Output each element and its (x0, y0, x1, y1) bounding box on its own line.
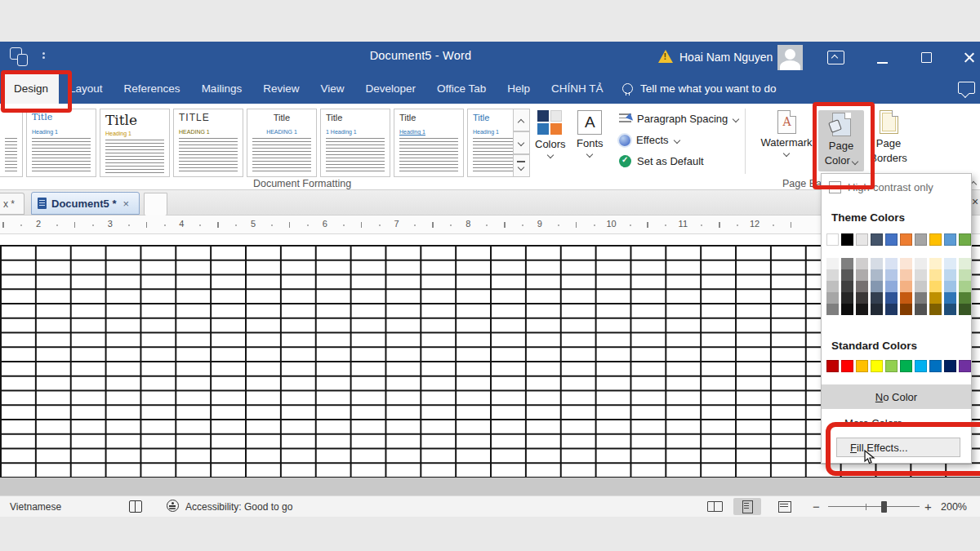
ribbon-tab-references[interactable]: References (114, 73, 191, 104)
gallery-more-icon[interactable] (513, 154, 530, 177)
theme-variant-swatch[interactable] (856, 292, 868, 304)
style-gallery-item[interactable]: Title1 Heading 1 (320, 109, 390, 177)
theme-variant-swatch[interactable] (841, 258, 853, 269)
theme-variant-swatch[interactable] (871, 292, 883, 304)
avatar[interactable] (777, 45, 803, 70)
theme-variant-swatch[interactable] (915, 258, 927, 269)
standard-color-swatch[interactable] (959, 360, 971, 372)
theme-variant-swatch[interactable] (826, 258, 839, 269)
theme-variant-swatch[interactable] (841, 269, 853, 281)
ribbon-tab-help[interactable]: Help (497, 73, 541, 104)
standard-color-swatch[interactable] (856, 360, 868, 372)
theme-variant-swatch[interactable] (900, 281, 912, 292)
warning-icon[interactable] (658, 50, 673, 63)
theme-color-swatch[interactable] (826, 233, 839, 246)
maximize-button[interactable] (921, 52, 932, 63)
theme-color-swatch[interactable] (915, 233, 927, 246)
theme-variant-swatch[interactable] (841, 281, 853, 292)
standard-color-swatch[interactable] (826, 360, 839, 372)
theme-variant-swatch[interactable] (915, 304, 927, 315)
tab-bar-close-icon[interactable] (972, 195, 978, 208)
theme-variant-swatch[interactable] (900, 258, 912, 269)
zoom-slider-track[interactable] (828, 506, 920, 507)
fonts-button[interactable]: Fonts (577, 110, 604, 157)
theme-color-swatch[interactable] (871, 233, 883, 246)
zoom-out-button[interactable]: − (813, 500, 820, 513)
theme-variant-swatch[interactable] (929, 258, 942, 269)
theme-variant-swatch[interactable] (841, 304, 853, 315)
theme-variant-swatch[interactable] (841, 292, 853, 304)
theme-variant-swatch[interactable] (929, 269, 942, 281)
document-tab-partial[interactable]: x * (0, 193, 24, 215)
theme-variant-swatch[interactable] (944, 304, 956, 315)
user-name[interactable]: Hoai Nam Nguyen (679, 51, 773, 64)
minimize-button[interactable] (877, 62, 888, 64)
theme-variant-swatch[interactable] (885, 292, 898, 304)
theme-variant-swatch[interactable] (900, 292, 912, 304)
standard-color-swatch[interactable] (841, 360, 853, 372)
close-button[interactable] (963, 51, 975, 64)
set-as-default-button[interactable]: Set as Default (619, 155, 704, 167)
zoom-level[interactable]: 200% (941, 501, 967, 513)
theme-variant-swatch[interactable] (856, 281, 868, 292)
theme-variant-swatch[interactable] (871, 304, 883, 315)
colors-button[interactable]: Colors (535, 110, 566, 158)
theme-variant-swatch[interactable] (885, 304, 898, 315)
theme-variant-swatch[interactable] (856, 269, 868, 281)
style-gallery-item[interactable]: TITLEHEADING 1 (173, 109, 243, 177)
ribbon-tab-view[interactable]: View (310, 73, 354, 104)
theme-variant-swatch[interactable] (944, 269, 956, 281)
theme-variant-swatch[interactable] (900, 269, 912, 281)
theme-color-swatch[interactable] (885, 233, 898, 246)
comment-icon[interactable] (958, 82, 975, 94)
document-tab-active[interactable]: Document5 * (31, 192, 140, 215)
theme-variant-swatch[interactable] (929, 281, 942, 292)
language-indicator[interactable]: Vietnamese (10, 501, 61, 513)
ribbon-tab-mailings[interactable]: Mailings (191, 73, 253, 104)
gallery-scroll-up-icon[interactable] (513, 109, 530, 131)
theme-variant-swatch[interactable] (915, 281, 927, 292)
theme-color-swatch[interactable] (841, 233, 853, 246)
style-gallery-item[interactable]: TitleHEADING 1 (247, 109, 317, 177)
theme-variant-swatch[interactable] (959, 304, 971, 315)
standard-color-swatch[interactable] (929, 360, 942, 372)
zoom-slider-handle[interactable] (881, 501, 887, 513)
read-mode-button[interactable] (701, 498, 728, 515)
theme-variant-swatch[interactable] (929, 292, 942, 304)
ribbon-tab-chính-tả[interactable]: CHÍNH TẢ (541, 73, 614, 104)
theme-color-swatch[interactable] (856, 233, 868, 246)
theme-variant-swatch[interactable] (871, 269, 883, 281)
new-tab-button[interactable] (144, 193, 167, 216)
theme-variant-swatch[interactable] (900, 304, 912, 315)
ribbon-tab-developer[interactable]: Developer (354, 73, 426, 104)
style-gallery-item[interactable]: TitleHeading 1 (26, 109, 96, 177)
theme-color-swatch[interactable] (900, 233, 912, 246)
style-gallery-item[interactable]: TitleHeading 1 (100, 109, 170, 177)
ribbon-tab-office-tab[interactable]: Office Tab (426, 73, 497, 104)
web-layout-button[interactable] (771, 498, 799, 515)
theme-variant-swatch[interactable] (885, 258, 898, 269)
tab-close-icon[interactable] (122, 198, 129, 210)
theme-variant-swatch[interactable] (871, 281, 883, 292)
paragraph-spacing-button[interactable]: Paragraph Spacing (619, 113, 738, 125)
theme-variant-swatch[interactable] (959, 281, 971, 292)
theme-variant-swatch[interactable] (826, 304, 839, 315)
theme-variant-swatch[interactable] (959, 292, 971, 304)
theme-variant-swatch[interactable] (959, 258, 971, 269)
theme-color-swatch[interactable] (959, 233, 971, 246)
theme-variant-swatch[interactable] (856, 258, 868, 269)
theme-variant-swatch[interactable] (915, 292, 927, 304)
print-layout-button[interactable] (733, 498, 761, 515)
style-gallery-item[interactable] (0, 109, 23, 177)
theme-variant-swatch[interactable] (856, 304, 868, 315)
watermark-button[interactable]: Watermark (761, 110, 812, 156)
zoom-in-button[interactable]: + (924, 500, 932, 513)
ribbon-tab-review[interactable]: Review (252, 73, 310, 104)
style-gallery-item[interactable]: TitleHeading 1 (394, 109, 464, 177)
theme-variant-swatch[interactable] (871, 258, 883, 269)
standard-color-swatch[interactable] (900, 360, 912, 372)
theme-variant-swatch[interactable] (826, 281, 839, 292)
theme-variant-swatch[interactable] (944, 281, 956, 292)
theme-variant-swatch[interactable] (826, 269, 839, 281)
standard-color-swatch[interactable] (885, 360, 898, 372)
